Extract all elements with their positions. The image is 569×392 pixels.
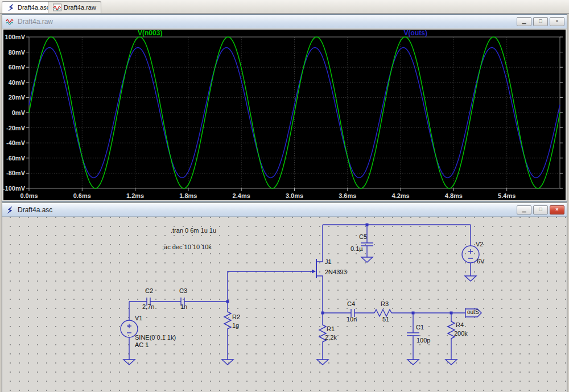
tab-label: Draft4a.raw bbox=[64, 4, 96, 11]
voltage-source-V2[interactable] bbox=[462, 225, 479, 276]
legend-V(outs)[interactable]: V(outs) bbox=[404, 30, 427, 37]
x-tick-label: 3.6ms bbox=[339, 192, 356, 199]
value-R2[interactable]: 1g bbox=[232, 322, 239, 329]
label-C4[interactable]: C4 bbox=[347, 300, 355, 307]
value-R4[interactable]: 200k bbox=[454, 330, 468, 337]
value-V2[interactable]: 6V bbox=[477, 258, 484, 265]
schematic-editor-window: Draft4a.asc ▁ □ × bbox=[2, 203, 567, 392]
window-title: Draft4a.raw bbox=[18, 18, 53, 26]
tab-draft4a-raw[interactable]: Draft4a.raw bbox=[48, 1, 101, 13]
y-tick-label: 40mV bbox=[9, 79, 26, 86]
jfet-gate-arrow bbox=[312, 270, 316, 274]
y-tick-label: -60mV bbox=[6, 155, 26, 162]
restore-button[interactable]: □ bbox=[533, 17, 548, 26]
waveform-icon bbox=[6, 18, 14, 26]
ground-C5[interactable] bbox=[361, 257, 373, 262]
x-tick-label: 0.0ms bbox=[20, 192, 38, 199]
x-tick-label: 3.0ms bbox=[286, 192, 303, 199]
value-C5[interactable]: 0.1µ bbox=[351, 245, 363, 252]
minimize-button[interactable]: ▁ bbox=[517, 205, 531, 214]
spice-directive-tran[interactable]: .tran 0 6m 1u 1u bbox=[171, 227, 216, 234]
ground-V2[interactable] bbox=[465, 276, 476, 281]
voltage-source-V1[interactable] bbox=[121, 302, 138, 360]
label-C2[interactable]: C2 bbox=[145, 287, 153, 294]
waveform-icon bbox=[53, 3, 61, 11]
y-tick-label: 80mV bbox=[9, 49, 26, 56]
window-title: Draft4a.asc bbox=[18, 206, 52, 214]
close-button[interactable]: × bbox=[550, 205, 564, 214]
value-R3[interactable]: 51 bbox=[382, 316, 389, 323]
value2-V1[interactable]: AC 1 bbox=[135, 341, 149, 348]
x-tick-label: 4.2ms bbox=[391, 192, 409, 199]
schematic-window-titlebar[interactable]: Draft4a.asc ▁ □ × bbox=[2, 203, 567, 217]
wire-gate[interactable] bbox=[228, 271, 312, 302]
value-R1[interactable]: 2,2k bbox=[325, 334, 337, 341]
y-tick-label: -100mV bbox=[3, 185, 26, 192]
ltspice-schematic-icon bbox=[7, 3, 15, 11]
value-J1[interactable]: 2N4393 bbox=[325, 269, 347, 275]
waveform-client-area: 0.0ms0.6ms1.2ms1.8ms2.4ms3.0ms3.6ms4.2ms… bbox=[2, 28, 567, 201]
capacitor-C5[interactable] bbox=[361, 225, 373, 257]
legend-V(n003)[interactable]: V(n003) bbox=[138, 30, 162, 37]
label-V2[interactable]: V2 bbox=[476, 241, 483, 247]
y-tick-label: 100mV bbox=[5, 34, 26, 40]
label-C1[interactable]: C1 bbox=[416, 324, 424, 331]
waveform-plot-svg[interactable]: 0.0ms0.6ms1.2ms1.8ms2.4ms3.0ms3.6ms4.2ms… bbox=[3, 30, 566, 201]
ground-R2[interactable] bbox=[222, 360, 233, 365]
minimize-button[interactable]: ▁ bbox=[517, 17, 531, 26]
jfet-J1[interactable] bbox=[312, 225, 323, 313]
ground-V1[interactable] bbox=[123, 360, 135, 365]
x-tick-label: 1.8ms bbox=[179, 192, 197, 199]
label-C5[interactable]: C5 bbox=[359, 233, 367, 240]
value-V1[interactable]: SINE(0 0.1 1k) bbox=[135, 334, 176, 341]
y-tick-label: 0mV bbox=[12, 109, 26, 116]
waveform-viewer-window: Draft4a.raw ▁ □ × 0.0ms0.6ms1.2ms1.8ms2.… bbox=[2, 14, 567, 202]
value-C4[interactable]: 10n bbox=[347, 316, 357, 323]
spice-directive-ac[interactable]: ;ac dec 10 10 10k bbox=[162, 244, 212, 250]
x-tick-label: 4.8ms bbox=[445, 192, 463, 199]
waveform-plot-area[interactable]: 0.0ms0.6ms1.2ms1.8ms2.4ms3.0ms3.6ms4.2ms… bbox=[3, 30, 566, 200]
value-C2[interactable]: 2,7n bbox=[142, 303, 154, 310]
wires[interactable] bbox=[129, 225, 471, 313]
close-button[interactable]: × bbox=[550, 17, 564, 26]
x-tick-label: 1.2ms bbox=[126, 192, 144, 199]
y-tick-label: -80mV bbox=[6, 170, 26, 176]
label-R2[interactable]: R2 bbox=[232, 313, 240, 320]
tab-draft4a-asc[interactable]: Draft4a.asc bbox=[2, 1, 55, 13]
label-R4[interactable]: R4 bbox=[456, 321, 464, 328]
waveform-window-titlebar[interactable]: Draft4a.raw ▁ □ × bbox=[2, 15, 567, 28]
y-tick-label: 60mV bbox=[9, 64, 26, 71]
document-tab-bar: Draft4a.asc Draft4a.raw bbox=[0, 0, 569, 14]
resistor-R2[interactable] bbox=[224, 302, 231, 360]
y-tick-label: 20mV bbox=[9, 94, 26, 101]
capacitor-C1[interactable] bbox=[407, 313, 419, 360]
ground-R4[interactable] bbox=[446, 360, 457, 365]
value-C1[interactable]: 100p bbox=[417, 337, 430, 344]
label-R1[interactable]: R1 bbox=[327, 325, 335, 332]
x-tick-label: 5.4ms bbox=[498, 192, 516, 199]
schematic-canvas[interactable]: .tran 0 6m 1u 1u ;ac dec 10 10 10k C5 0.… bbox=[2, 217, 567, 392]
ground-symbols bbox=[123, 257, 476, 365]
label-C3[interactable]: C3 bbox=[179, 287, 187, 294]
label-R3[interactable]: R3 bbox=[381, 300, 389, 307]
y-tick-label: -40mV bbox=[6, 139, 26, 146]
value-C3[interactable]: 1n bbox=[180, 303, 187, 310]
ground-C1[interactable] bbox=[407, 360, 419, 365]
label-V1[interactable]: V1 bbox=[135, 315, 142, 321]
net-flag-label[interactable]: outS bbox=[467, 309, 479, 315]
x-tick-label: 0.6ms bbox=[73, 192, 91, 199]
tab-label: Draft4a.asc bbox=[18, 4, 50, 11]
restore-button[interactable]: □ bbox=[533, 205, 548, 214]
label-J1[interactable]: J1 bbox=[325, 258, 332, 265]
ground-R1[interactable] bbox=[317, 360, 328, 365]
y-tick-label: -20mV bbox=[6, 125, 26, 131]
ltspice-schematic-icon bbox=[6, 206, 14, 214]
x-tick-label: 2.4ms bbox=[233, 192, 250, 199]
